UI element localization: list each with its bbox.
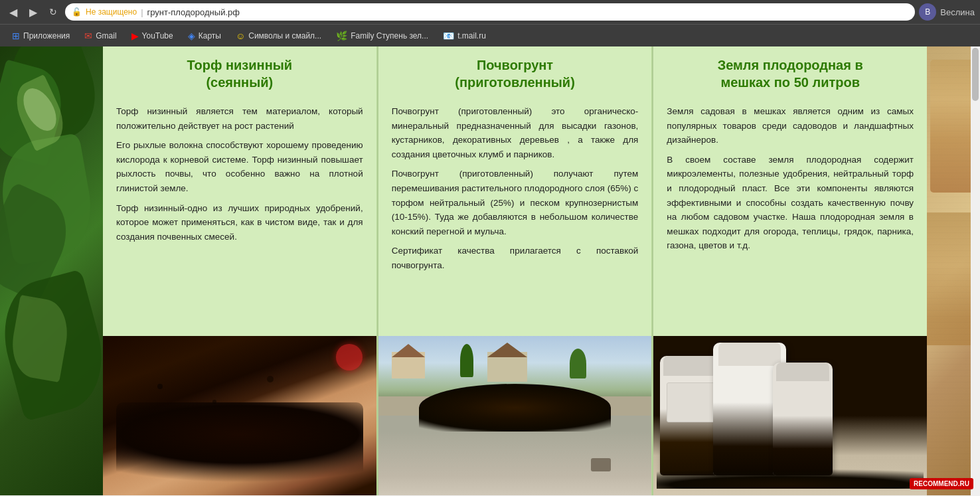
gmail-icon: ✉ xyxy=(84,31,92,41)
refresh-button[interactable]: ↻ xyxy=(45,4,61,20)
column-pochvo: Почвогрунт (приготовленный) Почвогрунт (… xyxy=(378,46,653,495)
main-content: Торф низинный (сеянный) Торф низинный яв… xyxy=(0,46,980,495)
bookmark-maps[interactable]: ◈ Карты xyxy=(181,28,228,44)
col2-title-line1: Почвогрунт xyxy=(477,58,553,72)
column-pochvo-header: Почвогрунт (приготовленный) xyxy=(378,46,652,98)
column-torf-image xyxy=(103,336,376,495)
bookmarks-bar: ⊞ Приложения ✉ Gmail ▶ YouTube ◈ Карты ☺… xyxy=(0,24,980,46)
lock-icon: 🔓 xyxy=(72,7,82,17)
col2-title-line2: (приготовленный) xyxy=(455,75,575,90)
bookmark-youtube[interactable]: ▶ YouTube xyxy=(125,28,180,44)
col2-para2: Почвогрунт (приготовленный) получают пут… xyxy=(392,167,639,238)
bookmark-apps[interactable]: ⊞ Приложения xyxy=(5,28,76,44)
column-pochvo-image xyxy=(378,336,652,495)
columns-grid: Торф низинный (сеянный) Торф низинный яв… xyxy=(103,46,927,495)
bookmark-family[interactable]: 🌿 Family Ступень зел... xyxy=(329,28,435,44)
tmail-icon: 📧 xyxy=(443,31,454,41)
scrollbar[interactable] xyxy=(971,46,980,496)
bookmark-youtube-label: YouTube xyxy=(142,31,173,41)
profile-icon[interactable]: В xyxy=(919,3,936,21)
column-torf-body: Торф низинный является тем материалом, к… xyxy=(103,98,376,336)
column-torf-title: Торф низинный (сеянный) xyxy=(116,56,363,91)
column-zemlya: Земля плодородная в мешках по 50 литров … xyxy=(653,46,927,495)
col3-title-line2: мешках по 50 литров xyxy=(720,75,860,90)
bookmark-maps-label: Карты xyxy=(199,31,221,41)
col2-para1: Почвогрунт (приготовленный) это органиче… xyxy=(392,104,639,161)
youtube-icon: ▶ xyxy=(131,31,139,41)
bookmark-apps-label: Приложения xyxy=(23,31,70,41)
col1-para2: Его рыхлые волокна способствуют хорошему… xyxy=(116,138,363,195)
left-sidebar xyxy=(0,46,103,495)
bookmark-symbols[interactable]: ☺ Символы и смайл... xyxy=(229,28,328,44)
column-zemlya-title: Земля плодородная в мешках по 50 литров xyxy=(667,56,914,91)
bookmark-tmail-label: t.mail.ru xyxy=(457,31,486,41)
column-pochvo-body: Почвогрунт (приготовленный) это органиче… xyxy=(378,98,652,336)
column-zemlya-body: Земля садовая в мешках является одним из… xyxy=(653,98,927,336)
url-text: грунт-плодородный.рф xyxy=(147,7,240,17)
separator: | xyxy=(141,7,143,17)
bookmark-family-label: Family Ступень зел... xyxy=(351,31,428,41)
column-zemlya-header: Земля плодородная в мешках по 50 литров xyxy=(653,46,927,98)
col3-title-line1: Земля плодородная в xyxy=(718,58,863,72)
profile-area: В Веслина xyxy=(919,3,975,21)
column-zemlya-image xyxy=(653,336,927,495)
forward-button[interactable]: ▶ xyxy=(25,4,41,20)
col3-para2: В своем составе земля плодородная содерж… xyxy=(667,153,914,253)
col1-para3: Торф низинный-одно из лучших природных у… xyxy=(116,201,363,244)
col1-para1: Торф низинный является тем материалом, к… xyxy=(116,104,363,133)
bookmark-symbols-label: Символы и смайл... xyxy=(248,31,321,41)
security-label: Не защищено xyxy=(86,7,137,17)
profile-name: Веслина xyxy=(940,7,975,17)
symbols-icon: ☺ xyxy=(236,31,245,41)
apps-icon: ⊞ xyxy=(12,31,20,41)
maps-icon: ◈ xyxy=(188,31,195,41)
column-torf-header: Торф низинный (сеянный) xyxy=(103,46,376,98)
column-pochvo-title: Почвогрунт (приготовленный) xyxy=(392,56,639,91)
back-button[interactable]: ◀ xyxy=(5,4,21,20)
column-torf: Торф низинный (сеянный) Торф низинный яв… xyxy=(103,46,377,495)
address-bar[interactable]: 🔓 Не защищено | грунт-плодородный.рф xyxy=(65,3,915,21)
col1-title-line1: Торф низинный xyxy=(187,58,293,72)
scrollbar-thumb[interactable] xyxy=(972,48,979,101)
bookmark-gmail[interactable]: ✉ Gmail xyxy=(78,28,123,44)
col1-title-line2: (сеянный) xyxy=(206,75,273,90)
columns-wrapper: Торф низинный (сеянный) Торф низинный яв… xyxy=(103,46,927,495)
bookmark-gmail-label: Gmail xyxy=(96,31,116,41)
bookmark-tmail[interactable]: 📧 t.mail.ru xyxy=(436,28,493,44)
col3-para1: Земля садовая в мешках является одним из… xyxy=(667,104,914,147)
left-plant-image xyxy=(0,46,103,495)
browser-chrome: ◀ ▶ ↻ 🔓 Не защищено | грунт-плодородный.… xyxy=(0,0,980,24)
family-icon: 🌿 xyxy=(336,31,347,41)
col2-para3: Сертификат качества прилагается с постав… xyxy=(392,244,639,272)
recommend-badge: RECOMMEND.RU xyxy=(910,478,973,489)
